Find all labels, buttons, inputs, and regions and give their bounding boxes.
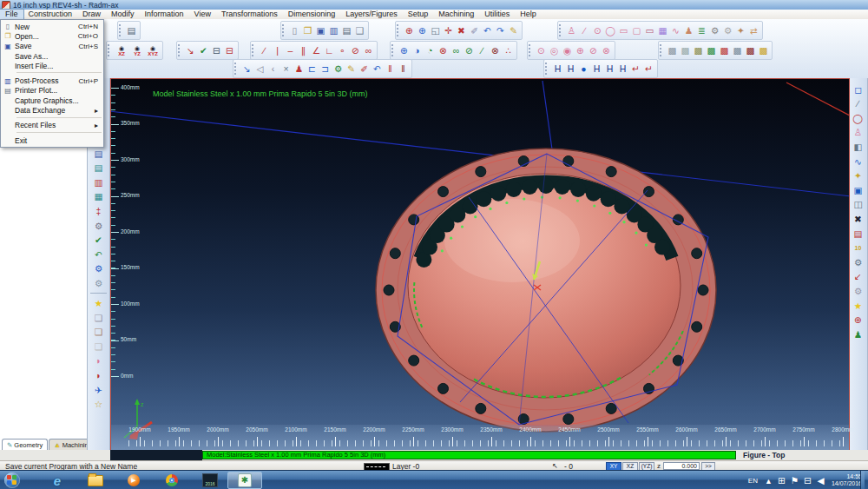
menu-item-open[interactable]: ❐Open...Ctrl+O [1,31,103,41]
undo-green-icon[interactable]: ↶ [92,248,106,261]
menu-transformations[interactable]: Transformations [216,10,283,19]
view-named-3-icon[interactable]: H [590,62,603,76]
dim-circle-5-icon[interactable]: ⊘ [587,43,600,57]
break-element-icon[interactable]: ‹ [266,62,279,76]
insert-symbol-icon[interactable]: ♙ [565,23,578,37]
print-quick-icon[interactable]: ▤ [125,23,138,37]
view-named-4-icon[interactable]: H [603,62,616,76]
language-indicator[interactable]: EN [748,477,758,485]
view-named-2-icon[interactable]: H [564,62,577,76]
menu-information[interactable]: Information [140,10,189,19]
circle-add-icon[interactable]: ⊕ [852,314,865,327]
view-yz-icon[interactable]: ◉YZ [129,46,145,57]
points-delete-icon[interactable]: ∴ [502,43,515,57]
line-horizontal-icon[interactable]: – [284,43,297,57]
verify-tick-icon[interactable]: ✔ [197,43,210,57]
machine-gears-icon[interactable]: ⚙ [852,256,865,269]
hatch-grey-1-icon[interactable]: ▩ [666,43,679,57]
view-pan-box-icon[interactable]: ◫ [852,198,865,211]
taskbar-ie[interactable]: e [40,472,75,489]
view-globe-icon[interactable]: ● [577,62,590,76]
link-gears-icon[interactable]: ⚙ [332,62,345,76]
menu-item-recent-files[interactable]: Recent Files▸ [1,121,103,130]
verify-check-icon[interactable]: ✔ [92,234,106,247]
gear-query-icon[interactable]: ⚙ [92,277,106,290]
view-3d-icon[interactable]: ▣ [852,184,865,197]
draw-bell-icon[interactable]: ♟ [682,23,695,37]
tab-geometry[interactable]: ✎Geometry [2,439,48,450]
spacing-1-icon[interactable]: ‖ [384,62,397,76]
favourite-star-icon[interactable]: ★ [92,297,106,310]
graphics-viewport[interactable]: z Model Stainless Steel x 1.00 mm Prima … [110,78,850,452]
menu-draw[interactable]: Draw [77,10,106,19]
star-query-icon[interactable]: ☆ [92,398,106,411]
circle-chain-icon[interactable]: ∞ [450,43,463,57]
undo-icon[interactable]: ↶ [481,23,494,37]
menu-file[interactable]: File [0,10,23,19]
open-file-icon[interactable]: ❐ [301,23,314,37]
redo-icon[interactable]: ↷ [494,23,507,37]
select-curve-icon[interactable]: ∿ [852,155,865,169]
circle-trim-icon[interactable]: ◔ [424,43,437,57]
menu-item-exit[interactable]: Exit [1,135,103,145]
copy-icon[interactable]: ❑ [353,23,366,37]
view-named-1-icon[interactable]: H [551,62,564,76]
line-parallel-icon[interactable]: ∥ [297,43,310,57]
raise-profile-icon[interactable]: ♟ [293,62,306,76]
post-process-list-icon[interactable]: ▤ [92,148,106,161]
pick-red-arrow-icon[interactable]: ↙ [852,270,865,283]
draw-rectangle-icon[interactable]: ▭ [617,23,630,37]
draw-ellipse-icon[interactable]: ◯ [604,23,617,37]
mirror-flip-icon[interactable]: ⇄ [747,23,760,37]
zoom-extents-icon[interactable]: ✛ [442,23,455,37]
draw-rounded-rect-icon[interactable]: ▢ [630,23,643,37]
action-center-icon[interactable]: ⊞ [775,473,788,487]
start-button[interactable] [4,472,20,488]
post-process-icon[interactable]: ▥ [327,23,340,37]
delete-element-icon[interactable]: × [279,62,293,76]
nc-editor-icon[interactable]: ▤ [92,162,106,175]
menu-item-capture-graphics[interactable]: Capture Graphics... [1,96,103,105]
menu-help[interactable]: Help [515,10,542,19]
draw-text-box-icon[interactable]: ▦ [656,23,669,37]
count-ten-icon[interactable]: 10 [852,241,865,254]
circle-three-point-icon[interactable]: ⊕ [398,43,411,57]
select-line-icon[interactable]: ∕ [852,97,865,110]
menu-machining[interactable]: Machining [433,10,479,19]
menu-setup[interactable]: Setup [403,10,434,19]
slash-green-icon[interactable]: ∕ [476,43,489,57]
menu-view[interactable]: View [189,10,216,19]
new-file-icon[interactable]: ▯ [288,23,301,37]
network-icon[interactable]: ⊟ [801,473,814,487]
select-profile-icon[interactable]: ♙ [852,126,865,139]
hatch-green-icon[interactable]: ▩ [705,43,718,57]
menu-layers-figures[interactable]: Layers/Figures [340,10,403,19]
line-vertical-icon[interactable]: | [271,43,284,57]
volume-icon[interactable]: ◀ [814,473,827,487]
dim-circle-3-icon[interactable]: ◉ [561,43,574,57]
draw-line-icon[interactable]: ∕ [578,23,591,37]
line-two-point-icon[interactable]: ∕ [258,43,271,57]
circle-small-icon[interactable]: ∘ [336,43,349,57]
tray-expand-icon[interactable]: ▴ [762,473,775,487]
draw-curve-icon[interactable]: ∿ [669,23,682,37]
settings-gear-icon[interactable]: ⚙ [92,220,106,233]
trim-curve-icon[interactable]: ↘ [240,62,253,76]
point-pair-icon[interactable]: ∞ [362,43,375,57]
picture-icon[interactable]: ▦ [92,190,106,203]
dimension-lines-icon[interactable]: ‡ [92,205,106,218]
zoom-window-icon[interactable]: ◱ [429,23,442,37]
select-circle-icon[interactable]: ◯ [852,112,865,125]
surface-pink-icon[interactable]: ◗ [92,354,106,367]
hatch-red-dot-icon[interactable]: ▩ [718,43,731,57]
taskbar-explorer[interactable] [78,472,113,489]
arc-delete-icon[interactable]: ⊗ [489,43,502,57]
gear-stack-icon[interactable]: ⚙ [852,285,865,298]
view-xyz-icon[interactable]: ◉XYZ [145,46,161,57]
taskbar-radmax-active[interactable]: ✱ [227,472,262,489]
deselect-all-icon[interactable]: ✖ [852,213,865,226]
taskbar-media-player[interactable]: ▶ [116,472,151,489]
spacing-2-icon[interactable]: ‖ [397,62,410,76]
view-named-5-icon[interactable]: H [616,62,629,76]
hatch-darkred-icon[interactable]: ▩ [744,43,757,57]
